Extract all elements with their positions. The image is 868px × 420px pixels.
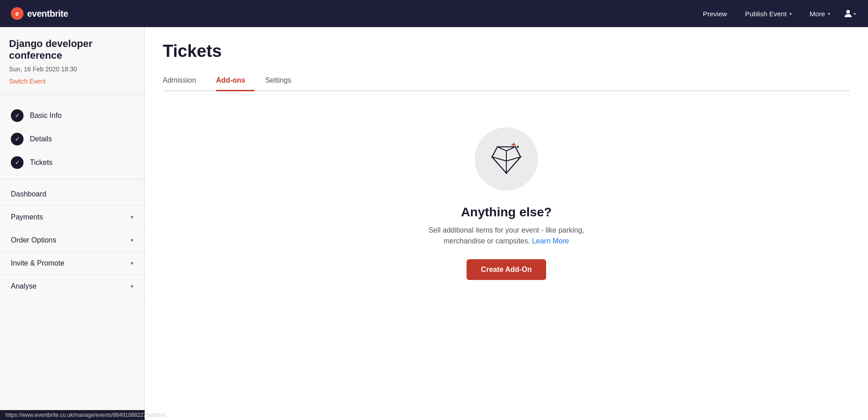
sidebar-item-basic-info[interactable]: ✓ Basic Info [0,104,144,127]
user-chevron-icon: ▾ [854,11,856,16]
tab-addons[interactable]: Add-ons [216,72,255,91]
svg-point-2 [846,10,850,14]
main-content: Tickets Admission Add-ons Settings [145,27,868,420]
sidebar-item-dashboard[interactable]: Dashboard [0,183,144,206]
publish-chevron-icon: ▾ [789,11,792,16]
step-label-tickets: Tickets [30,159,52,167]
nav-items: Dashboard Payments ▾ Order Options ▾ Inv… [0,179,144,302]
content-area: Tickets Admission Add-ons Settings [145,27,868,331]
layout: Django developer conference Sun, 16 Feb … [0,27,868,420]
sidebar-item-details[interactable]: ✓ Details [0,127,144,151]
eventbrite-logo-icon: e [11,7,24,20]
sidebar-item-payments[interactable]: Payments ▾ [0,206,144,229]
order-options-chevron-icon: ▾ [131,237,133,243]
diamond-icon [486,139,527,179]
analyse-chevron-icon: ▾ [131,283,133,289]
sidebar-item-tickets[interactable]: ✓ Tickets [0,151,144,174]
event-date: Sun, 16 Feb 2020 18:30 [9,65,135,73]
user-icon [843,8,854,19]
step-label-details: Details [30,135,52,143]
empty-state-description: Sell additional items for your event - l… [420,225,592,247]
more-chevron-icon: ▾ [828,11,830,16]
event-info: Django developer conference Sun, 16 Feb … [0,27,144,95]
step-circle-details: ✓ [11,133,24,145]
more-button[interactable]: More ▾ [802,6,837,21]
switch-event-link[interactable]: Switch Event [9,78,46,85]
empty-state: Anything else? Sell additional items for… [163,91,850,316]
svg-marker-8 [497,147,515,151]
sidebar-item-analyse[interactable]: Analyse ▾ [0,275,144,298]
tab-settings[interactable]: Settings [265,72,301,91]
logo: e eventbrite [11,7,68,20]
logo-text: eventbrite [27,9,68,19]
tabs: Admission Add-ons Settings [163,72,850,91]
user-menu-button[interactable]: ▾ [841,5,857,22]
header-actions: Preview Publish Event ▾ More ▾ ▾ [696,5,857,22]
step-label-basic-info: Basic Info [30,112,61,120]
diamond-icon-container [475,127,538,191]
sidebar-item-invite-promote[interactable]: Invite & Promote ▾ [0,252,144,275]
step-circle-tickets: ✓ [11,156,24,169]
sidebar-item-order-options[interactable]: Order Options ▾ [0,229,144,252]
header: e eventbrite Preview Publish Event ▾ Mor… [0,0,868,27]
check-icon-tickets: ✓ [15,159,20,166]
create-addon-button[interactable]: Create Add-On [467,259,546,280]
preview-button[interactable]: Preview [696,6,734,21]
page-title: Tickets [163,42,850,61]
invite-chevron-icon: ▾ [131,260,133,266]
step-circle-basic-info: ✓ [11,109,24,122]
payments-chevron-icon: ▾ [131,214,133,220]
check-icon: ✓ [15,112,20,119]
empty-state-title: Anything else? [461,205,552,219]
learn-more-link[interactable]: Learn More [532,237,569,245]
event-title: Django developer conference [9,38,135,62]
check-icon-details: ✓ [15,135,20,142]
publish-event-button[interactable]: Publish Event ▾ [738,6,799,21]
sidebar: Django developer conference Sun, 16 Feb … [0,27,145,420]
url-bar: https://www.eventbrite.co.uk/manage/even… [0,410,145,420]
tab-admission[interactable]: Admission [163,72,205,91]
svg-text:e: e [15,10,19,17]
nav-steps: ✓ Basic Info ✓ Details ✓ Tickets [0,95,144,179]
